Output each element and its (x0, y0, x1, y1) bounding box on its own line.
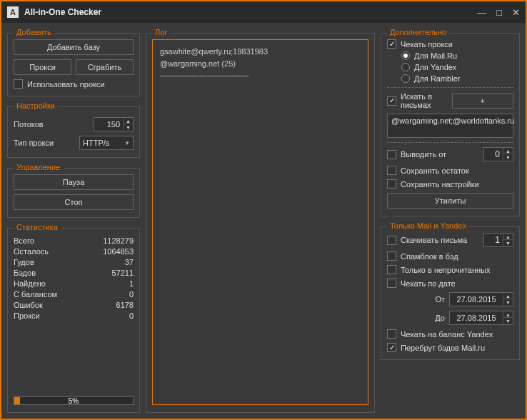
legend-control: Управление (14, 163, 63, 171)
download-mail-checkbox[interactable]: Скачивать письма (387, 236, 479, 245)
legend-additional: Дополнительно (387, 28, 449, 36)
threads-input[interactable]: 150 ▲▼ (94, 117, 134, 131)
pause-button[interactable]: Пауза (14, 174, 134, 190)
stat-row: Гудов37 (14, 258, 134, 266)
use-proxy-checkbox[interactable]: Использовать прокси (14, 79, 134, 89)
stop-button[interactable]: Стоп (14, 194, 134, 210)
date-to-input[interactable]: 27.08.2015 ▲▼ (449, 311, 513, 325)
stat-row: Ошибок6178 (14, 301, 134, 309)
spin-down-icon: ▼ (124, 124, 133, 131)
utilities-button[interactable]: Утилиты (387, 193, 513, 209)
output-from-input[interactable]: 0 ▲▼ (483, 147, 513, 161)
app-icon: A (7, 6, 19, 18)
save-rest-checkbox[interactable]: Сохранять остаток (387, 166, 513, 175)
chevron-down-icon: ▼ (124, 140, 130, 146)
maximize-button[interactable]: □ (496, 7, 502, 18)
stat-row: Всего1128279 (14, 236, 134, 245)
grab-button[interactable]: Сграбить (76, 59, 134, 75)
check-proxy-checkbox[interactable]: ✓ Чекать прокси (387, 39, 513, 49)
check-by-date-checkbox[interactable]: Чекать по дате (387, 279, 513, 288)
app-window: A All-in-One Checker — □ ✕ Добавить Доба… (0, 0, 527, 420)
spin-up-icon: ▲ (124, 118, 133, 124)
app-title: All-in-One Checker (24, 7, 477, 17)
radio-yandex[interactable]: Для Yandex (401, 63, 513, 71)
minimize-button[interactable]: — (477, 7, 486, 18)
unread-only-checkbox[interactable]: Только в непрочитанных (387, 265, 513, 274)
group-control: Управление Пауза Стоп (7, 168, 140, 218)
progress-bar: 5% (14, 396, 134, 405)
spamblock-checkbox[interactable]: Спамблок в бэд (387, 251, 513, 261)
stats-list: Всего1128279Осталось1064853Гудов37Бэдов5… (14, 234, 134, 320)
progress-percent: 5% (69, 397, 79, 405)
group-additional: Дополнительно ✓ Чекать прокси Для Mail.R… (381, 33, 520, 216)
radio-rambler[interactable]: Для Rambler (401, 74, 513, 83)
check-balance-checkbox[interactable]: Чекать на баланс Yandex (387, 329, 513, 339)
group-log: Лог gsawhite@qwerty.ru;19831983 @wargami… (146, 33, 375, 413)
stat-row: Осталось1064853 (14, 247, 134, 256)
titlebar: A All-in-One Checker — □ ✕ (1, 1, 526, 23)
stat-row: С балансом0 (14, 290, 134, 299)
threads-label: Потоков (14, 120, 44, 129)
legend-stats: Статистика (14, 223, 61, 231)
search-mail-checkbox[interactable]: ✓ Искать в письмах (387, 92, 448, 109)
stat-row: Бэдов57211 (14, 269, 134, 277)
output-from-checkbox[interactable]: Выводить от (387, 150, 479, 159)
radio-mailru[interactable]: Для Mail.Ru (401, 51, 513, 60)
rebrute-checkbox[interactable]: ✓ Перебрут бэдов Mail.ru (387, 343, 513, 352)
legend-log: Лог (152, 28, 170, 36)
proxy-type-label: Тип прокси (14, 139, 54, 147)
stat-row: Прокси0 (14, 311, 134, 320)
date-from-input[interactable]: 27.08.2015 ▲▼ (449, 292, 513, 306)
group-add: Добавить Добавить базу Прокси Сграбить И… (7, 33, 140, 96)
search-terms-input[interactable]: @wargaming.net;@worldoftanks.ru (387, 114, 513, 138)
date-from-label: От (435, 295, 445, 304)
save-settings-checkbox[interactable]: Сохранять настройки (387, 179, 513, 189)
stat-row: Найдено1 (14, 279, 134, 288)
legend-settings: Настройки (14, 101, 58, 110)
close-button[interactable]: ✕ (512, 7, 520, 18)
group-settings: Настройки Потоков 150 ▲▼ Тип прокси HTTP… (7, 106, 140, 158)
legend-add: Добавить (14, 28, 54, 36)
log-textarea[interactable]: gsawhite@qwerty.ru;19831983 @wargaming.n… (152, 39, 368, 405)
add-base-button[interactable]: Добавить базу (14, 39, 134, 55)
download-count-input[interactable]: 1 ▲▼ (483, 233, 513, 247)
group-mail-yandex: Только Mail и Yandex Скачивать письма 1 … (381, 226, 520, 360)
proxy-type-select[interactable]: HTTP/s ▼ (79, 136, 134, 150)
group-stats: Статистика Всего1128279Осталось1064853Гу… (7, 228, 140, 413)
proxy-button[interactable]: Прокси (14, 59, 71, 75)
legend-mail-yandex: Только Mail и Yandex (387, 221, 469, 230)
date-to-label: До (435, 314, 445, 322)
add-search-button[interactable]: + (452, 93, 514, 109)
